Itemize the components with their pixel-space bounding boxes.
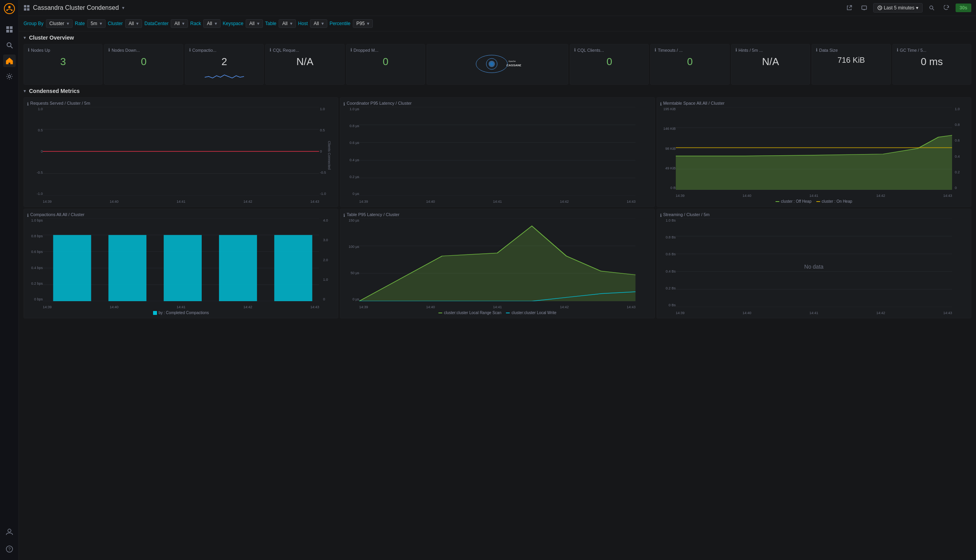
legend-item-off-heap: cluster : Off Heap bbox=[775, 199, 812, 204]
x-axis-coordinator: 14:39 14:40 14:41 14:42 14:43 bbox=[359, 200, 635, 204]
stat-value-compaction: 2 bbox=[189, 56, 259, 68]
stat-value-dropped-messages: 0 bbox=[350, 56, 421, 68]
rate-select[interactable]: 5m ▾ bbox=[87, 19, 106, 28]
sidebar-item-search[interactable] bbox=[3, 39, 16, 51]
stat-info-dropped-messages[interactable]: ℹ bbox=[350, 47, 352, 53]
stats-row: ℹ Nodes Up 3 ℹ Nodes Down... 0 ℹ Compact… bbox=[24, 44, 971, 85]
cluster-overview-header: ▾ Cluster Overview bbox=[24, 35, 971, 41]
keyspace-select[interactable]: All ▾ bbox=[246, 19, 263, 28]
stat-card-hints: ℹ Hints / 5m ... N/A bbox=[731, 44, 810, 85]
percentile-select[interactable]: P95 ▾ bbox=[353, 19, 373, 28]
stat-info-cql-clients[interactable]: ℹ bbox=[574, 47, 576, 53]
svg-rect-15 bbox=[27, 5, 29, 7]
cluster-overview-title: Cluster Overview bbox=[29, 35, 74, 41]
chart-title-requests-served: Requests Served / Cluster / 5m bbox=[30, 101, 90, 105]
host-select[interactable]: All ▾ bbox=[310, 19, 327, 28]
cassandra-logo: Apache CASSANDRA bbox=[474, 50, 521, 79]
group-by-label: Group By bbox=[24, 21, 44, 26]
stat-card-compaction: ℹ Compactio... 2 bbox=[185, 44, 264, 85]
refresh-icon bbox=[944, 5, 949, 11]
y-axis-compactions: 1.0 bps 0.8 bps 0.6 bps 0.4 bps 0.2 bps … bbox=[27, 218, 43, 301]
stat-info-cql-requests[interactable]: ℹ bbox=[270, 47, 271, 53]
cluster-label: Cluster bbox=[108, 21, 123, 26]
x-axis-streaming: 14:39 14:40 14:41 14:42 14:43 bbox=[676, 311, 952, 315]
datacenter-select[interactable]: All ▾ bbox=[171, 19, 188, 28]
refresh-interval-button[interactable]: 30s bbox=[956, 4, 971, 12]
stat-info-timeouts[interactable]: ℹ bbox=[655, 47, 656, 53]
time-range-button[interactable]: Last 5 minutes ▾ bbox=[873, 3, 923, 13]
stat-info-hints[interactable]: ℹ bbox=[735, 47, 737, 53]
keyspace-value: All bbox=[249, 21, 254, 26]
stat-info-nodes-up[interactable]: ℹ bbox=[28, 47, 29, 53]
svg-marker-46 bbox=[676, 135, 952, 190]
chart-coordinator-latency: ℹ Coordinator P95 Latency / Cluster 1.0 … bbox=[340, 97, 655, 207]
condensed-metrics-title: Condensed Metrics bbox=[29, 88, 80, 94]
chart-info-memtable[interactable]: ℹ bbox=[660, 102, 662, 107]
table-value: All bbox=[282, 21, 287, 26]
stat-value-data-size: 716 KiB bbox=[816, 56, 886, 65]
sidebar-item-help[interactable]: ? bbox=[3, 543, 16, 555]
clock-icon bbox=[877, 5, 882, 10]
legend-label-compactions: by : Completed Compactions bbox=[159, 311, 209, 315]
svg-memtable bbox=[676, 107, 952, 190]
stat-value-hints: N/A bbox=[735, 56, 806, 68]
stat-info-nodes-down[interactable]: ℹ bbox=[108, 47, 110, 53]
table-select[interactable]: All ▾ bbox=[279, 19, 296, 28]
rack-select[interactable]: All ▾ bbox=[203, 19, 220, 28]
stat-card-dropped-messages: ℹ Dropped M... 0 bbox=[346, 44, 425, 85]
dashboard-title: Cassandra Cluster Condensed bbox=[33, 4, 119, 11]
legend-item-local-range: cluster:cluster Local Range Scan bbox=[438, 311, 501, 315]
group-by-select[interactable]: Cluster ▾ bbox=[46, 19, 73, 28]
y-axis-memtable: 195 KiB 146 KiB 98 KiB 49 KiB 0 B bbox=[660, 107, 676, 190]
sidebar-item-user[interactable] bbox=[3, 525, 16, 538]
chart-info-compactions[interactable]: ℹ bbox=[27, 213, 29, 218]
svg-rect-5 bbox=[10, 26, 13, 29]
cluster-chevron: ▾ bbox=[136, 21, 139, 26]
stat-info-data-size[interactable]: ℹ bbox=[816, 47, 817, 53]
cluster-select[interactable]: All ▾ bbox=[125, 19, 142, 28]
chart-info-requests-served[interactable]: ℹ bbox=[27, 102, 29, 107]
chart-info-table-latency[interactable]: ℹ bbox=[343, 213, 345, 218]
condensed-metrics-collapse[interactable]: ▾ bbox=[24, 88, 26, 94]
svg-rect-55 bbox=[108, 235, 146, 301]
refresh-icon-button[interactable] bbox=[941, 4, 952, 12]
svg-point-10 bbox=[8, 75, 11, 78]
svg-streaming bbox=[676, 218, 952, 307]
stat-card-cql-clients: ℹ CQL Clients... 0 bbox=[570, 44, 649, 85]
toolbar: Group By Cluster ▾ Rate 5m ▾ Cluster All… bbox=[19, 16, 976, 31]
svg-rect-54 bbox=[53, 235, 91, 301]
chart-info-streaming[interactable]: ℹ bbox=[660, 213, 662, 218]
stat-title-data-size: Data Size bbox=[819, 48, 838, 53]
share-icon bbox=[846, 5, 852, 11]
x-axis-table-latency: 14:39 14:40 14:41 14:42 14:43 bbox=[359, 305, 635, 309]
stat-title-cql-requests: CQL Reque... bbox=[273, 48, 299, 53]
chart-area-table-latency: 150 µs 100 µs 50 µs 0 µs bbox=[343, 218, 651, 309]
group-by-chevron: ▾ bbox=[67, 21, 69, 26]
chart-info-coordinator-latency[interactable]: ℹ bbox=[343, 102, 345, 107]
chart-title-table-latency: Table P95 Latency / Cluster bbox=[347, 212, 400, 217]
sidebar-item-home[interactable] bbox=[3, 55, 16, 67]
tv-mode-button[interactable] bbox=[858, 4, 870, 12]
grafana-logo[interactable] bbox=[4, 3, 15, 15]
keyspace-chevron: ▾ bbox=[257, 21, 259, 26]
sidebar-item-grid[interactable] bbox=[3, 23, 16, 36]
dashboard-icon bbox=[24, 5, 30, 11]
share-button[interactable] bbox=[843, 4, 855, 12]
legend-dot-off-heap bbox=[775, 201, 779, 202]
cassandra-eye-logo: Apache CASSANDRA bbox=[474, 50, 521, 78]
topbar: Cassandra Cluster Condensed ▾ Last 5 min… bbox=[19, 0, 976, 16]
legend-dot-local-range bbox=[438, 313, 442, 313]
title-chevron: ▾ bbox=[122, 5, 124, 11]
rate-chevron: ▾ bbox=[100, 21, 102, 26]
chart-compactions: ℹ Compactions All.All / Cluster 1.0 bps … bbox=[24, 209, 338, 318]
stat-info-compaction[interactable]: ℹ bbox=[189, 47, 191, 53]
chart-area-coordinator-latency: 1.0 µs 0.8 µs 0.6 µs 0.4 µs 0.2 µs 0 µs bbox=[343, 107, 651, 204]
search-button[interactable] bbox=[926, 4, 938, 12]
sidebar-item-settings[interactable] bbox=[3, 70, 16, 83]
group-by-value: Cluster bbox=[49, 21, 64, 26]
collapse-icon[interactable]: ▾ bbox=[24, 35, 26, 40]
stat-info-gc-time[interactable]: ℹ bbox=[897, 47, 898, 53]
rack-chevron: ▾ bbox=[215, 21, 217, 26]
y-axis-requests-served: 1.0 0.5 0 -0.5 -1.0 bbox=[27, 107, 43, 196]
stat-title-gc-time: GC Time / 5... bbox=[900, 48, 927, 53]
